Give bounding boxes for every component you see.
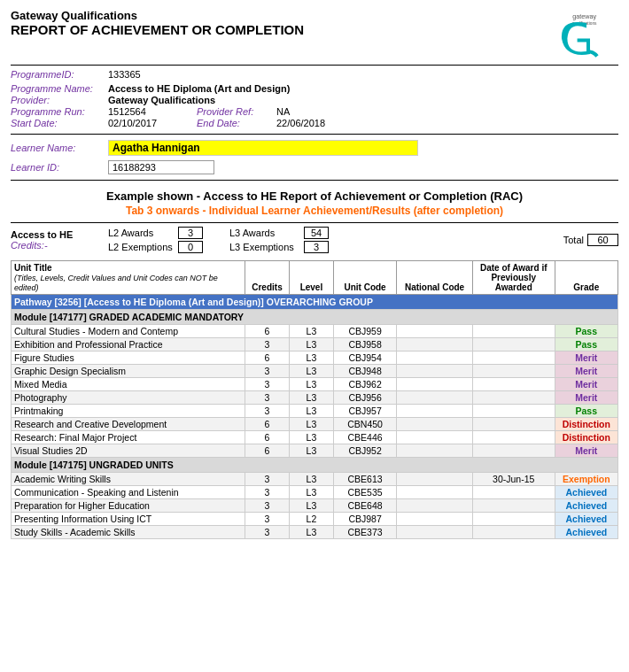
data-cell: Research and Creative Development — [12, 418, 245, 431]
data-cell — [397, 513, 473, 526]
data-cell — [397, 325, 473, 338]
provider-label: Provider: — [11, 95, 108, 105]
logo-container: gateway qualifications — [547, 9, 618, 58]
data-cell: CBE535 — [333, 486, 396, 499]
grade-cell: Pass — [555, 325, 617, 338]
data-cell: 6 — [245, 444, 290, 458]
data-cell — [472, 378, 555, 391]
th-unit-title: Unit Title (Titles, Levels, Credit Value… — [12, 261, 245, 295]
data-cell — [397, 365, 473, 378]
data-cell — [472, 351, 555, 365]
header-section: Gateway Qualifications REPORT OF ACHIEVE… — [11, 9, 618, 58]
credits-total-col: Total 60 — [563, 234, 618, 246]
data-cell: 3 — [245, 338, 290, 351]
l2-awards-label: L2 Awards — [108, 228, 175, 238]
data-cell — [397, 418, 473, 431]
table-row: Photography3L3CBJ956Merit — [12, 391, 618, 405]
grade-cell: Merit — [555, 351, 617, 365]
report-title: REPORT OF ACHIEVEMENT OR COMPLETION — [11, 22, 304, 37]
data-cell — [472, 405, 555, 418]
data-cell: CBE373 — [333, 526, 396, 539]
learner-name-row: Learner Name: Agatha Hannigan — [11, 140, 618, 156]
grade-cell: Exemption — [555, 473, 617, 486]
learner-name-value: Agatha Hannigan — [108, 140, 418, 156]
data-cell: CBJ956 — [333, 391, 396, 405]
data-cell: 3 — [245, 391, 290, 405]
credits-name-bottom: Credits:- — [11, 240, 99, 251]
grade-cell: Achieved — [555, 486, 617, 499]
data-cell — [472, 325, 555, 338]
grade-cell: Pass — [555, 338, 617, 351]
programme-id-row: ProgrammeID: 133365 — [11, 69, 618, 80]
data-cell — [472, 391, 555, 405]
programme-id-value: 133365 — [108, 69, 141, 80]
total-label: Total — [563, 235, 584, 245]
table-row: Figure Studies6L3CBJ954Merit — [12, 351, 618, 365]
grade-cell: Pass — [555, 405, 617, 418]
credits-divider — [11, 222, 618, 223]
data-cell — [472, 431, 555, 444]
unit-title-header: Unit Title — [14, 263, 52, 273]
data-cell: Presenting Information Using ICT — [12, 513, 245, 526]
data-cell: CBJ957 — [333, 405, 396, 418]
data-cell — [397, 473, 473, 486]
data-cell: CBJ952 — [333, 444, 396, 458]
data-cell — [472, 513, 555, 526]
grade-cell: Distinction — [555, 418, 617, 431]
data-cell: L3 — [289, 351, 333, 365]
provider-ref-value: NA — [276, 106, 290, 117]
data-cell: 3 — [245, 526, 290, 539]
data-cell: CBE648 — [333, 499, 396, 513]
th-unit-code: Unit Code — [333, 261, 396, 295]
data-cell: L3 — [289, 526, 333, 539]
l2-exemptions-value: 0 — [178, 241, 203, 253]
table-row: Visual Studies 2D6L3CBJ952Merit — [12, 444, 618, 458]
data-cell: 3 — [245, 365, 290, 378]
data-cell: 6 — [245, 325, 290, 338]
gateway-logo: gateway qualifications — [547, 9, 618, 58]
unit-table: Unit Title (Titles, Levels, Credit Value… — [11, 260, 618, 539]
data-cell — [472, 418, 555, 431]
provider-ref-label: Provider Ref: — [197, 106, 276, 117]
data-cell — [397, 444, 473, 458]
pathway-label: Pathway [3256] [Access to HE Diploma (Ar… — [12, 295, 618, 310]
data-cell: 6 — [245, 418, 290, 431]
credits-name-top: Access to HE — [11, 229, 99, 240]
data-cell: Study Skills - Academic Skills — [12, 526, 245, 539]
data-cell: L3 — [289, 473, 333, 486]
example-title: Example shown - Access to HE Report of A… — [11, 189, 618, 203]
pathway-row: Pathway [3256] [Access to HE Diploma (Ar… — [12, 295, 618, 310]
data-cell: L3 — [289, 486, 333, 499]
grade-cell: Merit — [555, 365, 617, 378]
data-cell: Preparation for Higher Education — [12, 499, 245, 513]
header-title: Gateway Qualifications REPORT OF ACHIEVE… — [11, 9, 304, 37]
org-name: Gateway Qualifications — [11, 9, 304, 22]
learner-name-label: Learner Name: — [11, 143, 108, 153]
module-ungraded-label: Module [147175] UNGRADED UNITS — [12, 458, 618, 473]
grade-cell: Distinction — [555, 431, 617, 444]
data-cell: Communication - Speaking and Listenin — [12, 486, 245, 499]
table-body: Pathway [3256] [Access to HE Diploma (Ar… — [12, 295, 618, 539]
grade-cell: Achieved — [555, 499, 617, 513]
grade-cell: Merit — [555, 444, 617, 458]
th-credits: Credits — [245, 261, 290, 295]
grade-cell: Achieved — [555, 526, 617, 539]
l3-awards-row: L3 Awards 54 — [229, 227, 329, 239]
table-row: Research and Creative Development6L3CBN4… — [12, 418, 618, 431]
table-row: Research: Final Major Project6L3CBE446Di… — [12, 431, 618, 444]
programme-id-label: ProgrammeID: — [11, 69, 108, 80]
table-row: Graphic Design Specialism3L3CBJ948Merit — [12, 365, 618, 378]
end-date-label: End Date: — [197, 118, 276, 128]
end-date-value: 22/06/2018 — [276, 118, 325, 128]
svg-text:gateway: gateway — [572, 12, 596, 20]
l3-awards-label: L3 Awards — [229, 228, 300, 238]
data-cell: L3 — [289, 391, 333, 405]
credits-name-col: Access to HE Credits:- — [11, 229, 99, 251]
table-row: Academic Writing Skills3L3CBE61330-Jun-1… — [12, 473, 618, 486]
data-cell: CBJ962 — [333, 378, 396, 391]
data-cell: L3 — [289, 444, 333, 458]
table-row: Communication - Speaking and Listenin3L3… — [12, 486, 618, 499]
programme-run-value: 1512564 — [108, 106, 197, 117]
l3-exemptions-label: L3 Exemptions — [229, 242, 300, 252]
l2-awards-value: 3 — [178, 227, 203, 239]
